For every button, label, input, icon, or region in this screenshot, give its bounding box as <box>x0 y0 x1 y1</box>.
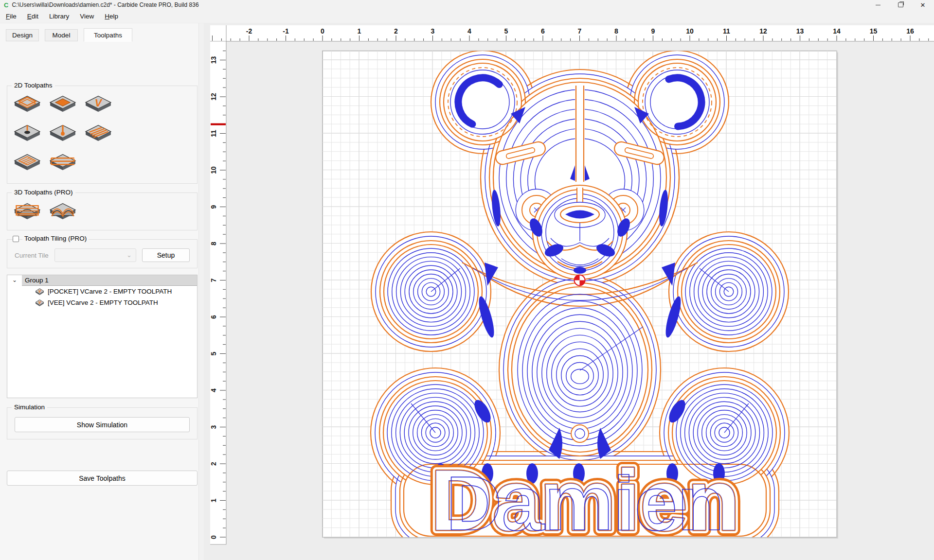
show-simulation-button[interactable]: Show Simulation <box>15 417 190 432</box>
h-ruler-label: 4 <box>467 27 471 35</box>
h-ruler-label: 7 <box>578 27 582 35</box>
fill-pocket-toolpath-icon[interactable] <box>14 152 41 175</box>
h-ruler-label: 13 <box>796 27 804 35</box>
minimize-icon <box>876 5 880 5</box>
name-inner-contour: Damien <box>446 460 724 546</box>
chevron-down-icon[interactable]: ⌄ <box>7 275 22 286</box>
v-ruler-label: 2 <box>210 462 217 466</box>
toolpath-tiling-label: Toolpath Tiling (PRO) <box>22 235 89 242</box>
v-ruler-label: 8 <box>210 242 217 245</box>
menu-bar: FileEditLibraryViewHelp <box>0 10 934 23</box>
h-ruler-label: 0 <box>321 27 324 35</box>
menu-view[interactable]: View <box>75 11 99 22</box>
setup-button[interactable]: Setup <box>142 248 190 262</box>
close-icon: ✕ <box>920 2 926 8</box>
minimize-button[interactable] <box>867 0 889 10</box>
carbide-create-window: C C:\Users\willa\Downloads\damien.c2d* -… <box>0 0 934 560</box>
toolpath-item-label: [VEE] VCarve 2 - EMPTY TOOLPATH <box>48 299 158 306</box>
h-ruler-label: 14 <box>833 27 841 35</box>
menu-file[interactable]: File <box>1 11 21 22</box>
h-ruler-label: 10 <box>686 27 694 35</box>
h-ruler-label: 6 <box>541 27 545 35</box>
vcarve-toolpath-mini-icon: V <box>35 299 44 307</box>
panel-tabs: DesignModelToolpaths <box>0 28 204 42</box>
v-ruler-label: 6 <box>210 315 217 319</box>
v-ruler-label: 3 <box>210 425 217 429</box>
h-ruler-label: 11 <box>723 27 730 35</box>
v-ruler-label: 11 <box>210 130 217 137</box>
current-tile-dropdown[interactable]: ⌄ <box>54 248 136 262</box>
window-controls: ✕ <box>867 0 934 10</box>
v-ruler-label: 12 <box>210 93 217 101</box>
menu-edit[interactable]: Edit <box>22 11 43 22</box>
vcarve-toolpath-icon[interactable]: V <box>85 94 112 117</box>
h-ruler-label: 8 <box>614 27 618 35</box>
v-ruler-label: 7 <box>210 278 217 282</box>
drill-toolpath-icon[interactable] <box>14 123 41 146</box>
toolpath-tiling-checkbox[interactable] <box>13 236 19 242</box>
between-legs-circle <box>571 425 589 442</box>
current-tile-label: Current Tile <box>15 252 49 259</box>
h-ruler-label: 16 <box>906 27 914 35</box>
toolpath-tree[interactable]: ⌄ Group 1 V[POCKET] VCarve 2 - EMPTY TOO… <box>7 275 198 398</box>
contour-toolpath-icon[interactable] <box>14 94 41 117</box>
save-toolpaths-label: Save Toolpaths <box>79 474 125 482</box>
save-toolpaths-button[interactable]: Save Toolpaths <box>7 471 198 486</box>
v-ruler-label: 4 <box>210 388 217 392</box>
origin-marker <box>575 275 585 286</box>
menu-library[interactable]: Library <box>44 11 74 22</box>
tab-model[interactable]: Model <box>45 29 78 41</box>
h-ruler-label: 3 <box>431 27 435 35</box>
h-ruler-label: 5 <box>504 27 508 35</box>
keyhole-toolpath-icon[interactable] <box>49 152 76 175</box>
v-ruler-label: 13 <box>210 56 217 64</box>
h-ruler-label: 15 <box>870 27 878 35</box>
panel-scrollbar[interactable] <box>198 23 204 560</box>
menu-help[interactable]: Help <box>100 11 123 22</box>
vertical-ruler <box>210 42 226 545</box>
simulation-title: Simulation <box>12 403 47 411</box>
setup-button-label: Setup <box>157 251 175 259</box>
toolpath-panel: DesignModelToolpaths 2D Toolpaths V 3D T… <box>0 23 204 560</box>
v-ruler-label: 1 <box>210 498 217 502</box>
app-logo-icon: C <box>4 1 8 9</box>
h-ruler-label: -1 <box>283 27 289 35</box>
2d-toolpaths-title: 2D Toolpaths <box>12 82 55 89</box>
design-canvas-svg[interactable]: DamienDamienDamienDamienDamien-2-1012345… <box>204 23 934 560</box>
h-ruler-label: 1 <box>358 27 361 35</box>
close-button[interactable]: ✕ <box>912 0 934 10</box>
pocket-toolpath-icon[interactable] <box>49 94 76 117</box>
design-canvas[interactable]: DamienDamienDamienDamienDamien-2-1012345… <box>204 23 934 560</box>
svg-text:V: V <box>95 97 103 109</box>
toolpath-item[interactable]: V[POCKET] VCarve 2 - EMPTY TOOLPATH <box>7 286 197 297</box>
toolpath-group-label: Group 1 <box>25 277 49 284</box>
h-ruler-label: -2 <box>246 27 252 35</box>
finish-3d-toolpath-icon[interactable] <box>49 201 76 225</box>
ramp-toolpath-icon[interactable] <box>49 123 76 146</box>
v-ruler-label: 5 <box>210 351 217 355</box>
rough-3d-toolpath-icon[interactable] <box>14 201 41 225</box>
toolpath-item[interactable]: V[VEE] VCarve 2 - EMPTY TOOLPATH <box>7 297 197 308</box>
ruler-top-margin <box>204 23 934 25</box>
3d-toolpaths-title: 3D Toolpaths (PRO) <box>12 189 75 196</box>
h-ruler-label: 12 <box>759 27 767 35</box>
tab-toolpaths[interactable]: Toolpaths <box>84 28 132 42</box>
window-title: C:\Users\willa\Downloads\damien.c2d* - C… <box>12 1 198 8</box>
vcarve-toolpath-mini-icon: V <box>35 288 44 296</box>
v-ruler-label: 10 <box>210 166 217 174</box>
toolpath-item-label: [POCKET] VCarve 2 - EMPTY TOOLPATH <box>48 288 172 295</box>
toolpath-group-header[interactable]: ⌄ Group 1 <box>7 275 197 286</box>
v-ruler-label: 9 <box>210 205 217 209</box>
tab-design[interactable]: Design <box>6 29 39 41</box>
show-simulation-label: Show Simulation <box>77 421 127 429</box>
horizontal-ruler <box>210 25 934 41</box>
texture-toolpath-icon[interactable] <box>85 123 112 146</box>
v-ruler-label: 0 <box>210 535 217 539</box>
h-ruler-label: 2 <box>394 27 398 35</box>
maximize-icon <box>898 2 903 7</box>
maximize-button[interactable] <box>889 0 912 10</box>
toolpath-list: V[POCKET] VCarve 2 - EMPTY TOOLPATHV[VEE… <box>7 286 197 308</box>
title-bar[interactable]: C C:\Users\willa\Downloads\damien.c2d* -… <box>0 0 934 10</box>
h-ruler-label: 9 <box>651 27 655 35</box>
chin-blob <box>574 267 586 274</box>
